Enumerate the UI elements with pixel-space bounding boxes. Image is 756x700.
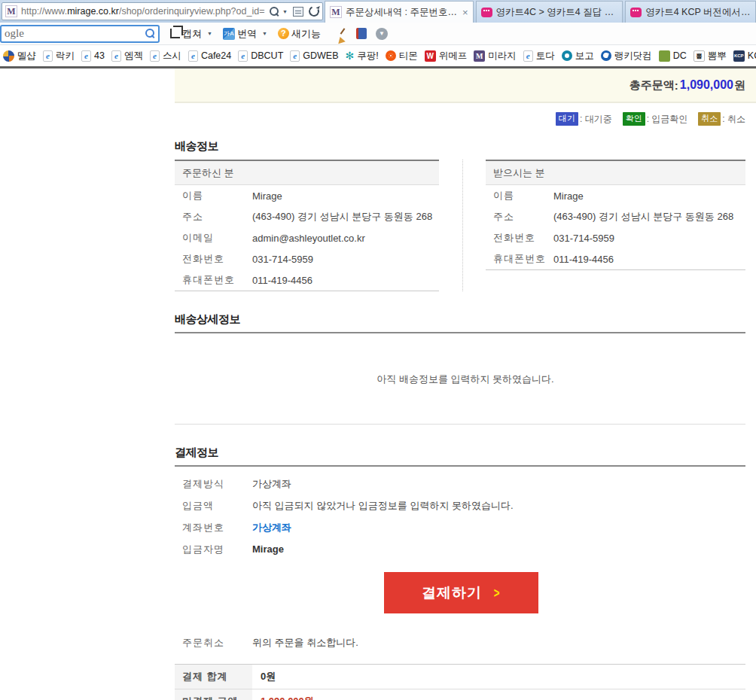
speech-bubble-icon [481, 8, 492, 17]
globe-icon [3, 50, 14, 62]
panel-divider [462, 160, 463, 291]
question-icon: ? [278, 28, 289, 39]
table-row: 전화번호031-714-5959 [486, 227, 745, 248]
status-legend: 대기: 대기중 확인: 입금확인 취소: 취소 [175, 112, 745, 126]
rankey-icon [601, 50, 611, 61]
tab-youngcart-qna[interactable]: 영카트4C > 영카트4 질답 > ... [476, 1, 623, 23]
toolbar-search-box[interactable]: ogle [0, 25, 160, 43]
table-row: 이름Mirage [486, 185, 745, 206]
total-order-amount-bar: 총주문액 : 1,090,000원 [175, 68, 756, 103]
ppomppu-icon: 뽐 [694, 50, 705, 62]
kcp-icon: KCP [733, 50, 745, 62]
clear-broom-icon[interactable] [335, 28, 347, 40]
tab-bar: M 주문상세내역 : 주문번호 - ... × 영카트4C > 영카트4 질답 … [325, 0, 756, 23]
bookmark-book-icon[interactable] [356, 28, 367, 39]
orderer-header: 주문하신 분 [175, 161, 439, 185]
translate-button[interactable]: 가A 번역 ▼ [223, 27, 267, 41]
tmon-icon [386, 50, 396, 61]
address-bar[interactable]: M http://www.mirage.co.kr/shop/orderinqu… [2, 2, 323, 20]
unpaid-amount: 1,090,000원 [252, 689, 314, 700]
toolbar-more-icon[interactable]: ▼ [376, 28, 388, 40]
bookmark-mirage[interactable]: M미라지 [474, 50, 517, 62]
ie-page-icon: e [81, 50, 91, 62]
bookmark-melshop[interactable]: 멜샵 [3, 50, 36, 62]
refresh-icon[interactable] [307, 5, 321, 18]
bookmark-wemakeprice[interactable]: W위메프 [425, 50, 468, 62]
section-divider [175, 424, 745, 425]
capture-button[interactable]: 캡쳐 ▼ [170, 27, 212, 41]
depositor-name-row: 입금자명Mirage [175, 538, 756, 560]
url-text[interactable]: http://www.mirage.co.kr/shop/orderinquir… [21, 6, 267, 17]
bookmark-dbcut[interactable]: eDBCUT [238, 50, 283, 62]
total-amount: 1,090,000 [680, 78, 733, 92]
capture-icon [170, 29, 180, 38]
bookmark-coupang[interactable]: ✻쿠팡! [346, 50, 379, 62]
site-favicon: M [5, 5, 17, 17]
bookmarks-bar: 멜샵 e락키 e43 e엠젝 e스시 eCafe24 eDBCUT eGDWEB… [0, 45, 756, 66]
pay-button[interactable]: 결제하기 > [384, 572, 538, 613]
payment-summary-table: 결제 합계 0원 미결제 금액 1,090,000원 [175, 664, 745, 700]
table-row: 이름Mirage [175, 185, 439, 206]
bookmark-bogo[interactable]: 보고 [562, 50, 594, 62]
new-features-button[interactable]: ? 새기능 [278, 27, 323, 41]
ie-page-icon: e [111, 50, 121, 62]
bookmark-cafe24[interactable]: eCafe24 [188, 50, 231, 62]
close-icon[interactable]: × [462, 7, 468, 18]
google-toolbar: ogle 캡쳐 ▼ 가A 번역 ▼ ? 새기능 ▼ [0, 23, 756, 45]
order-detail-page: 총주문액 : 1,090,000원 대기: 대기중 확인: 입금확인 취소: 취… [175, 68, 756, 700]
table-row: 미결제 금액 1,090,000원 [175, 689, 745, 700]
shipping-panels: 주문하신 분 이름Mirage 주소(463-490) 경기 성남시 분당구 동… [175, 160, 756, 291]
dcinside-icon [659, 50, 670, 62]
bookmark-toda[interactable]: e토다 [523, 50, 555, 62]
mirage-icon: M [474, 50, 485, 62]
bookmark-43[interactable]: e43 [81, 50, 105, 62]
bookmark-rakki[interactable]: e락키 [43, 50, 75, 62]
chevron-right-icon: > [494, 585, 500, 601]
toolbar-search-input[interactable] [26, 29, 142, 39]
receiver-panel: 받으시는 분 이름Mirage 주소(463-490) 경기 성남시 분당구 동… [486, 160, 745, 291]
tab-title: 영카트4 KCP 버전에서 익스 [645, 6, 751, 19]
tab-title: 영카트4C > 영카트4 질답 > ... [496, 6, 618, 19]
ie-page-icon: e [150, 50, 160, 62]
bookmark-rankey[interactable]: 랭키닷컴 [601, 50, 652, 62]
wemakeprice-icon: W [425, 50, 436, 62]
bookmark-tmon[interactable]: 티몬 [386, 50, 418, 62]
table-row: 휴대폰번호011-419-4456 [175, 269, 439, 291]
table-row: 주소(463-490) 경기 성남시 분당구 동원동 268 [486, 206, 745, 227]
payment-info-title: 결제정보 [175, 446, 745, 467]
tab-youngcart-kcp[interactable]: 영카트4 KCP 버전에서 익스 [625, 1, 756, 23]
shipping-detail-title: 배송상세정보 [175, 312, 745, 333]
chevron-down-icon: ▼ [262, 31, 267, 36]
status-badge-wait: 대기 [556, 112, 578, 126]
tab-favicon: M [330, 6, 342, 18]
bookmark-ppomppu[interactable]: 뽐뽐뿌 [694, 50, 727, 62]
bookmark-gdweb[interactable]: eGDWEB [290, 50, 338, 62]
ie-page-icon: e [188, 50, 198, 62]
order-cancel-text[interactable]: 위의 주문을 취소합니다. [252, 636, 358, 650]
search-icon[interactable] [145, 29, 155, 38]
virtual-account-link[interactable]: 가상계좌 [252, 521, 291, 534]
orderer-panel: 주문하신 분 이름Mirage 주소(463-490) 경기 성남시 분당구 동… [175, 160, 439, 291]
account-number-row: 계좌번호가상계좌 [175, 516, 756, 538]
compatibility-view-icon[interactable] [293, 7, 303, 17]
shipping-detail-empty-message: 아직 배송정보를 입력하지 못하였습니다. [175, 373, 756, 386]
google-logo: ogle [5, 27, 24, 40]
search-icon[interactable] [270, 7, 279, 17]
bookmark-dcinside[interactable]: DC [659, 50, 687, 62]
table-row: 주소(463-490) 경기 성남시 분당구 동원동 268 [175, 206, 439, 227]
receiver-header: 받으시는 분 [486, 161, 745, 185]
bookmark-emjek[interactable]: e엠젝 [111, 50, 143, 62]
table-row: 전화번호031-714-5959 [175, 248, 439, 269]
tab-title: 주문상세내역 : 주문번호 - ... [346, 6, 458, 19]
bookmark-kcp[interactable]: KCPKC [733, 50, 756, 62]
bookmark-sushi[interactable]: e스시 [150, 50, 181, 62]
browser-top-bar: M http://www.mirage.co.kr/shop/orderinqu… [0, 0, 756, 23]
speech-bubble-icon [630, 8, 642, 17]
ie-page-icon: e [238, 50, 248, 62]
order-cancel-row: 주문취소 위의 주문을 취소합니다. [175, 632, 756, 653]
total-label: 총주문액 [629, 78, 675, 93]
table-row: 이메일admin@ashleyoutlet.co.kr [175, 227, 439, 248]
deposit-amount-row: 입금액아직 입금되지 않았거나 입금정보를 입력하지 못하였습니다. [175, 495, 756, 516]
tab-order-detail[interactable]: M 주문상세내역 : 주문번호 - ... × [325, 1, 474, 23]
address-dropdown-icon[interactable]: ▼ [282, 9, 288, 14]
